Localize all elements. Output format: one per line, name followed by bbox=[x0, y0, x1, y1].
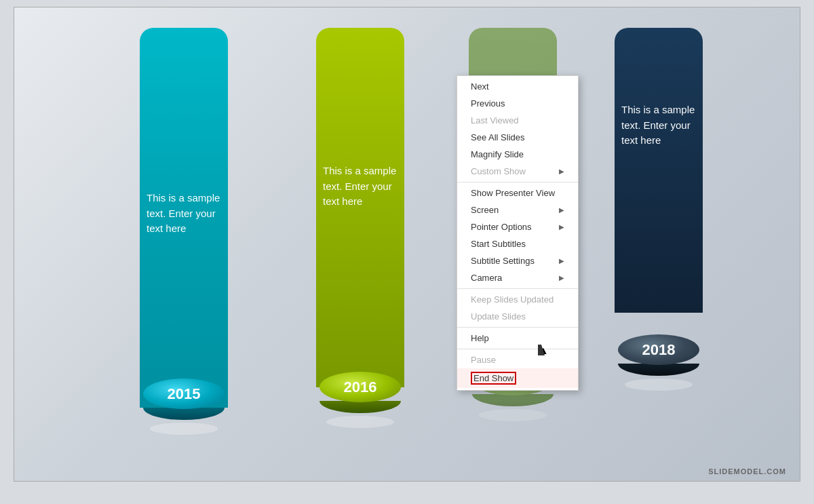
col4-text: This is a sample text. Enter your text h… bbox=[621, 102, 696, 149]
col2-coin: 2016 bbox=[319, 372, 401, 413]
custom-show-arrow: ▶ bbox=[559, 168, 564, 175]
menu-item-magnify-slide[interactable]: Magnify Slide bbox=[457, 146, 578, 163]
menu-item-screen[interactable]: Screen ▶ bbox=[457, 201, 578, 218]
col4-reflection bbox=[625, 379, 693, 391]
col2-coin-face: 2016 bbox=[319, 372, 401, 402]
subtitle-settings-arrow: ▶ bbox=[559, 257, 564, 265]
menu-item-next[interactable]: Next bbox=[457, 78, 578, 95]
col2-coin-container: 2016 bbox=[319, 372, 401, 413]
col4-bar bbox=[615, 28, 703, 313]
screen-arrow: ▶ bbox=[559, 206, 564, 214]
menu-separator-3 bbox=[457, 327, 578, 328]
column-2015: This is a sample text. Enter your text h… bbox=[109, 7, 258, 481]
menu-separator-1 bbox=[457, 182, 578, 182]
menu-item-previous[interactable]: Previous bbox=[457, 95, 578, 112]
end-show-box: End Show bbox=[471, 372, 516, 385]
menu-separator-2 bbox=[457, 288, 578, 289]
col3-coin-side bbox=[472, 394, 554, 406]
camera-arrow: ▶ bbox=[559, 274, 564, 282]
menu-item-keep-slides-updated: Keep Slides Updated bbox=[457, 291, 578, 308]
menu-item-camera[interactable]: Camera ▶ bbox=[457, 269, 578, 286]
menu-item-custom-show: Custom Show ▶ bbox=[457, 163, 578, 180]
menu-item-update-slides: Update Slides bbox=[457, 308, 578, 325]
menu-item-pointer-options[interactable]: Pointer Options ▶ bbox=[457, 218, 578, 235]
menu-item-last-viewed: Last Viewed bbox=[457, 112, 578, 129]
context-menu: Next Previous Last Viewed See All Slides… bbox=[457, 75, 579, 391]
col4-coin-side bbox=[618, 364, 699, 376]
col4-coin-face: 2018 bbox=[618, 334, 699, 365]
menu-item-end-show[interactable]: End Show bbox=[457, 368, 578, 388]
col1-text: This is a sample text. Enter your text h… bbox=[147, 191, 221, 237]
col2-reflection bbox=[326, 416, 394, 428]
pointer-options-arrow: ▶ bbox=[559, 223, 564, 231]
branding-text: SLIDEMODEL.COM bbox=[708, 467, 786, 476]
column-2016: This is a sample text. Enter your text h… bbox=[286, 7, 435, 481]
col4-coin-container: 2018 bbox=[618, 334, 699, 376]
col2-text: This is a sample text. Enter your text h… bbox=[323, 163, 398, 210]
menu-item-help[interactable]: Help bbox=[457, 330, 578, 347]
menu-item-pause: Pause bbox=[457, 351, 578, 368]
col3-reflection bbox=[479, 409, 547, 421]
menu-item-start-subtitles[interactable]: Start Subtitles bbox=[457, 235, 578, 252]
menu-separator-4 bbox=[457, 349, 578, 349]
menu-item-show-presenter-view[interactable]: Show Presenter View bbox=[457, 185, 578, 201]
menu-item-subtitle-settings[interactable]: Subtitle Settings ▶ bbox=[457, 252, 578, 269]
col1-coin: 2015 bbox=[143, 379, 225, 420]
col1-reflection bbox=[150, 423, 218, 435]
end-show-label: End Show bbox=[471, 372, 516, 385]
column-2018: This is a sample text. Enter your text h… bbox=[584, 7, 733, 481]
col4-coin: 2018 bbox=[618, 334, 699, 376]
menu-item-see-all-slides[interactable]: See All Slides bbox=[457, 129, 578, 146]
col2-coin-side bbox=[319, 401, 401, 413]
slide-container: This is a sample text. Enter your text h… bbox=[14, 7, 800, 482]
col1-coin-container: 2015 bbox=[143, 379, 225, 420]
col1-coin-side bbox=[143, 408, 225, 420]
col1-coin-face: 2015 bbox=[143, 379, 225, 409]
